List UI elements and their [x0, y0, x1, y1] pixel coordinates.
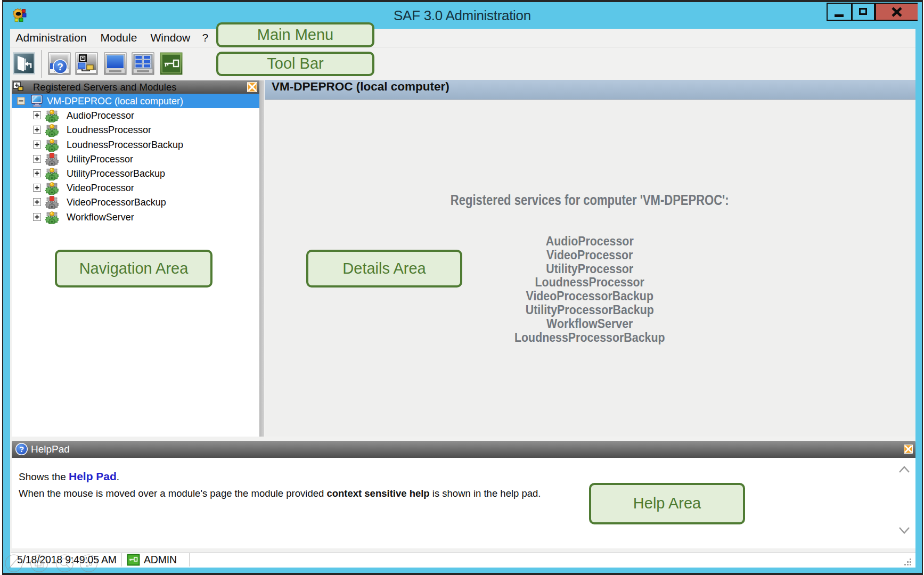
- svg-text:?: ?: [57, 61, 63, 72]
- svg-text:?: ?: [19, 445, 24, 454]
